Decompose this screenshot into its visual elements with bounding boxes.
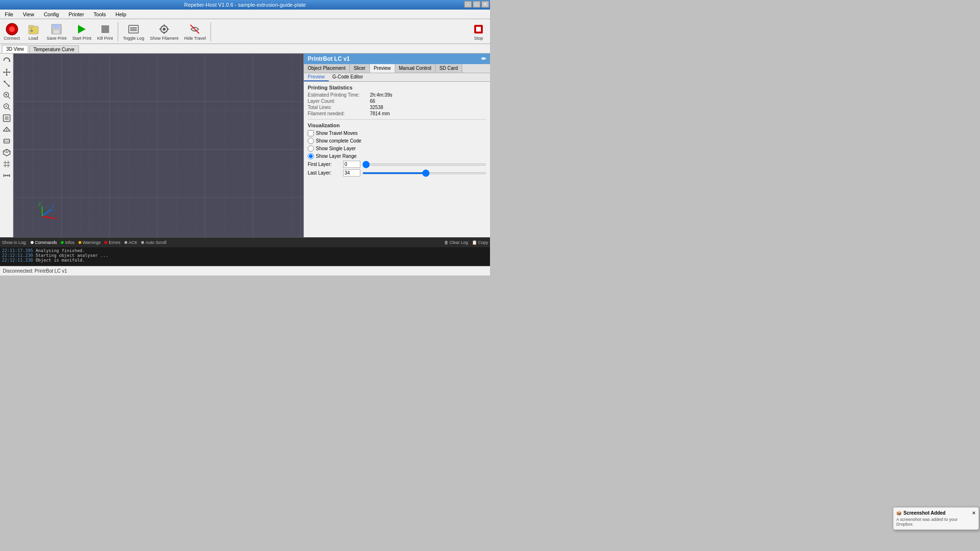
menu-view[interactable]: View (20, 11, 37, 18)
show-layer-range-radio[interactable] (308, 153, 314, 159)
start-print-button[interactable]: Start Print (70, 22, 93, 42)
svg-line-46 (7, 151, 10, 153)
tab-slicer[interactable]: Slicer (350, 64, 370, 73)
show-complete-code-row: Show complete Code (308, 138, 486, 144)
svg-rect-59 (13, 54, 303, 237)
log-line-1: 22:11:17.395 Analysing finished. (2, 248, 488, 253)
toggle-log-button[interactable]: Toggle Log (121, 22, 146, 42)
log-text-2: Starting object analyser ... (35, 253, 108, 258)
tab-temperature-curve[interactable]: Temperature Curve (29, 45, 79, 53)
svg-rect-3 (29, 25, 33, 27)
show-travel-moves-checkbox[interactable] (308, 130, 314, 136)
section-sep (308, 119, 486, 120)
clear-log-button[interactable]: 🗑 Clear Log (444, 240, 468, 245)
svg-marker-24 (6, 68, 8, 70)
copy-button[interactable]: 📋 Copy (472, 240, 488, 245)
show-complete-code-radio[interactable] (308, 138, 314, 144)
log-actions: 🗑 Clear Log 📋 Copy (444, 240, 488, 245)
first-layer-input[interactable] (343, 161, 360, 168)
menu-bar: File View Config Printer Tools Help (0, 10, 490, 19)
minimize-button[interactable]: − (464, 1, 472, 8)
maximize-button[interactable]: □ (473, 1, 480, 8)
show-travel-moves-row: Show Travel Moves (308, 130, 486, 136)
log-text-3: Object is manifold. (35, 258, 85, 263)
menu-help[interactable]: Help (112, 11, 129, 18)
first-layer-slider[interactable] (362, 164, 486, 165)
stop-button[interactable]: Stop (469, 22, 488, 42)
zoom-in-tool[interactable] (1, 90, 12, 100)
stat-estimated-time-value: 2h:4m:39s (370, 92, 392, 98)
warnings-dot (78, 241, 81, 244)
svg-marker-21 (9, 60, 11, 62)
iso-view-tool[interactable] (1, 147, 12, 158)
kill-print-button[interactable]: Kill Print (95, 22, 115, 42)
svg-marker-25 (6, 75, 8, 76)
menu-file[interactable]: File (2, 11, 16, 18)
menu-config[interactable]: Config (41, 11, 62, 18)
log-tab-ack[interactable]: ACK (124, 240, 138, 245)
save-icon (50, 22, 63, 36)
printer-name: PrintrBot LC v1 (308, 55, 350, 62)
menu-printer[interactable]: Printer (66, 11, 87, 18)
svg-text:Y: Y (52, 204, 55, 209)
toolbar: Connect Load Save Print (0, 19, 490, 44)
show-single-layer-radio[interactable] (308, 145, 314, 152)
show-complete-code-label[interactable]: Show complete Code (316, 138, 361, 143)
log-tab-warnings[interactable]: Warnings (78, 240, 101, 245)
toggle-log-icon (127, 22, 140, 36)
grid-tool[interactable] (1, 159, 12, 169)
zoom-out-tool[interactable] (1, 101, 12, 112)
stat-total-lines-label: Total Lines: (308, 105, 370, 110)
show-filament-label: Show Filament (150, 36, 178, 41)
viewport[interactable]: Y X Z (13, 54, 303, 237)
edit-printer-icon[interactable]: ✏ (481, 55, 486, 62)
hide-travel-button[interactable]: Hide Travel (182, 22, 208, 42)
svg-marker-10 (78, 25, 86, 33)
side-view-tool[interactable] (1, 136, 12, 146)
connect-icon (5, 22, 19, 36)
tab-manual-control[interactable]: Manual Control (395, 64, 436, 73)
log-tab-auto-scroll[interactable]: Auto Scroll (141, 240, 167, 245)
main-area: Y X Z PrintrBot LC v1 ✏ Object Placement… (0, 54, 490, 237)
hide-travel-icon (188, 22, 201, 36)
last-layer-input[interactable] (343, 169, 360, 176)
fit-view-tool[interactable] (1, 113, 12, 123)
subtab-gcode-editor[interactable]: G-Code Editor (329, 73, 367, 81)
log-tab-errors[interactable]: Errors (104, 240, 121, 245)
log-tab-infos[interactable]: Infos (61, 240, 75, 245)
menu-tools[interactable]: Tools (91, 11, 109, 18)
pan-tool[interactable] (1, 67, 12, 77)
subtab-preview[interactable]: Preview (304, 73, 329, 81)
top-view-tool[interactable] (1, 124, 12, 135)
measure-tool[interactable] (1, 170, 12, 181)
load-label: Load (29, 36, 38, 41)
tab-3d-view[interactable]: 3D View (2, 45, 28, 53)
save-print-button[interactable]: Save Print (45, 22, 69, 42)
show-filament-button[interactable]: Show Filament (148, 22, 180, 42)
first-layer-row: First Layer: (308, 161, 486, 168)
auto-scroll-dot (141, 241, 144, 244)
errors-label: Errors (109, 240, 121, 245)
window-controls[interactable]: − □ ✕ (464, 1, 489, 8)
stat-layer-count: Layer Count: 66 (308, 99, 486, 104)
tab-sd-card[interactable]: SD Card (435, 64, 462, 73)
tab-preview[interactable]: Preview (370, 64, 395, 73)
load-button[interactable]: Load (24, 22, 43, 42)
show-single-layer-label[interactable]: Show Single Layer (316, 146, 356, 151)
rotate-tool[interactable] (1, 55, 12, 66)
stat-estimated-time: Estimated Printing Time: 2h:4m:39s (308, 92, 486, 98)
last-layer-slider[interactable] (362, 172, 486, 174)
scale-tool[interactable] (1, 78, 12, 89)
clear-log-label: Clear Log (449, 240, 468, 245)
show-layer-range-label[interactable]: Show Layer Range (316, 154, 356, 159)
ack-dot (124, 241, 127, 244)
show-travel-moves-label[interactable]: Show Travel Moves (316, 131, 357, 136)
show-layer-range-row: Show Layer Range (308, 153, 486, 159)
log-tab-commands[interactable]: Commands (31, 240, 57, 245)
connect-button[interactable]: Connect (2, 22, 22, 42)
tab-object-placement[interactable]: Object Placement (304, 64, 350, 73)
close-button[interactable]: ✕ (481, 1, 489, 8)
log-time-3: 22:12:11.230 (2, 258, 33, 263)
last-layer-label: Last Layer: (308, 170, 341, 176)
copy-icon: 📋 (472, 240, 477, 245)
